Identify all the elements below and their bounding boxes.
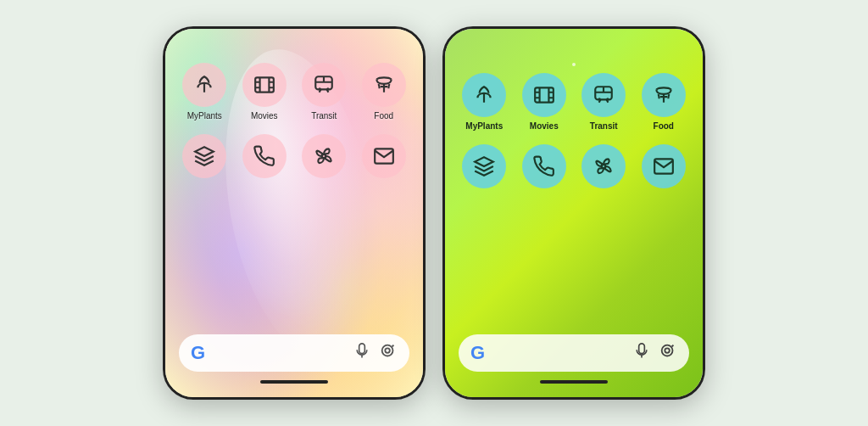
app-item-layers[interactable] xyxy=(179,134,231,182)
app-icon-phone xyxy=(242,134,287,178)
app-item-food[interactable]: Food xyxy=(359,63,410,121)
app-label-transit-green: Transit xyxy=(590,121,618,131)
app-item-fan-green[interactable] xyxy=(578,144,630,188)
svg-point-34 xyxy=(665,348,670,353)
home-bar-green xyxy=(540,380,608,384)
google-g-logo: G xyxy=(191,342,205,364)
app-icon-fan xyxy=(302,134,346,178)
svg-marker-12 xyxy=(195,147,214,156)
google-g-logo-green: G xyxy=(470,342,485,364)
app-item-transit-green[interactable]: Transit xyxy=(578,73,630,131)
app-label-transit: Transit xyxy=(311,111,337,121)
mic-icon[interactable] xyxy=(353,343,370,363)
app-item-myplants[interactable]: MyPlants xyxy=(179,63,231,121)
svg-rect-18 xyxy=(535,87,554,102)
app-icon-movies xyxy=(242,63,287,107)
app-label-myplants: MyPlants xyxy=(187,111,222,121)
search-bar-green[interactable]: G xyxy=(459,334,689,372)
phone-colorful: MyPlants M xyxy=(163,26,426,400)
app-icon-phone-green xyxy=(522,144,566,188)
app-icon-transit xyxy=(302,63,346,107)
app-icon-layers-green xyxy=(462,144,506,188)
app-icon-myplants-green xyxy=(462,73,506,117)
app-label-food: Food xyxy=(374,111,393,121)
app-item-fan[interactable] xyxy=(298,134,350,182)
lens-icon[interactable] xyxy=(379,342,398,364)
app-grid-row2-colorful xyxy=(179,134,409,182)
svg-point-15 xyxy=(382,345,393,356)
mic-icon-green[interactable] xyxy=(633,343,650,363)
svg-line-35 xyxy=(672,345,674,347)
app-icon-movies-green xyxy=(522,73,566,117)
app-icon-layers xyxy=(182,134,226,178)
app-icon-myplants xyxy=(182,63,226,107)
svg-point-16 xyxy=(385,348,390,353)
app-icon-food-green xyxy=(642,73,686,117)
lens-icon-green[interactable] xyxy=(659,342,677,364)
app-grid-row1-green: MyPlants M xyxy=(459,73,689,131)
app-item-mail[interactable] xyxy=(359,134,410,182)
app-item-food-green[interactable]: Food xyxy=(638,73,690,131)
app-item-movies[interactable]: Movies xyxy=(239,63,291,121)
status-dot xyxy=(572,63,576,66)
app-label-movies: Movies xyxy=(251,111,278,121)
home-bar-colorful xyxy=(260,380,328,384)
app-label-myplants-green: MyPlants xyxy=(465,121,503,131)
app-item-myplants-green[interactable]: MyPlants xyxy=(459,73,510,131)
app-item-layers-green[interactable] xyxy=(459,144,510,188)
svg-rect-0 xyxy=(255,77,274,92)
app-grid-row2-green xyxy=(459,144,689,188)
svg-marker-30 xyxy=(475,157,493,166)
app-icon-transit-green xyxy=(581,73,626,117)
app-item-phone-green[interactable] xyxy=(519,144,570,188)
app-icon-mail xyxy=(362,134,406,178)
app-item-phone[interactable] xyxy=(239,134,291,182)
app-icon-fan-green xyxy=(581,144,626,188)
search-bar-colorful[interactable]: G xyxy=(179,334,409,372)
app-icon-mail-green xyxy=(642,144,686,188)
phone-green: MyPlants M xyxy=(442,26,705,400)
app-grid-row1-colorful: MyPlants M xyxy=(179,63,409,121)
app-item-mail-green[interactable] xyxy=(638,144,690,188)
svg-line-17 xyxy=(392,345,394,347)
app-icon-food xyxy=(362,63,406,107)
svg-point-33 xyxy=(662,345,673,356)
app-label-movies-green: Movies xyxy=(530,121,559,131)
app-item-movies-green[interactable]: Movies xyxy=(519,73,570,131)
app-item-transit[interactable]: Transit xyxy=(298,63,350,121)
app-label-food-green: Food xyxy=(654,121,674,131)
